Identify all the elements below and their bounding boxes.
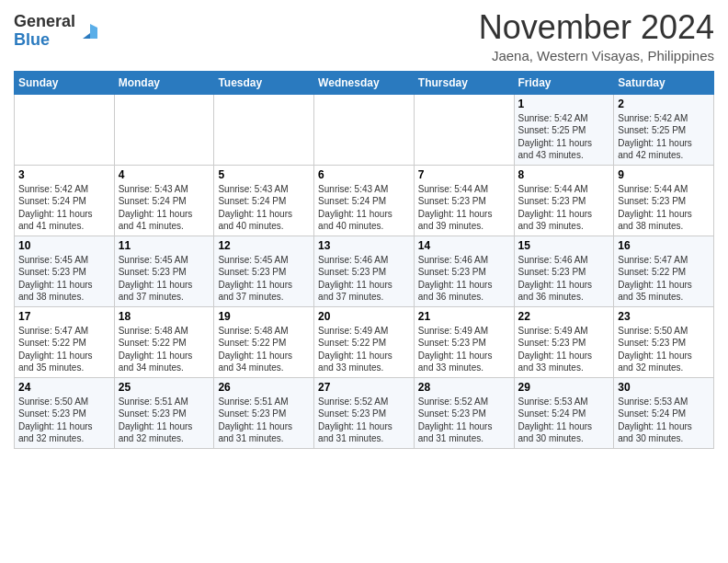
day-number: 22 <box>518 310 610 323</box>
day-number: 30 <box>618 381 710 394</box>
day-info: Sunrise: 5:49 AM Sunset: 5:23 PM Dayligh… <box>418 325 510 374</box>
week-row-5: 24Sunrise: 5:50 AM Sunset: 5:23 PM Dayli… <box>15 377 714 448</box>
day-number: 26 <box>218 381 310 394</box>
day-cell-16: 16Sunrise: 5:47 AM Sunset: 5:22 PM Dayli… <box>614 236 714 306</box>
week-row-2: 3Sunrise: 5:42 AM Sunset: 5:24 PM Daylig… <box>15 165 714 236</box>
day-cell-14: 14Sunrise: 5:46 AM Sunset: 5:23 PM Dayli… <box>414 236 514 306</box>
day-info: Sunrise: 5:42 AM Sunset: 5:25 PM Dayligh… <box>518 112 610 162</box>
day-info: Sunrise: 5:47 AM Sunset: 5:22 PM Dayligh… <box>18 325 110 374</box>
svg-marker-1 <box>90 24 97 39</box>
day-number: 8 <box>518 168 610 181</box>
day-number: 2 <box>618 98 710 110</box>
calendar: SundayMondayTuesdayWednesdayThursdayFrid… <box>14 71 714 449</box>
day-cell-4: 4Sunrise: 5:43 AM Sunset: 5:24 PM Daylig… <box>114 165 214 236</box>
day-info: Sunrise: 5:47 AM Sunset: 5:22 PM Dayligh… <box>618 254 710 304</box>
day-cell-20: 20Sunrise: 5:49 AM Sunset: 5:22 PM Dayli… <box>314 306 415 377</box>
day-cell-18: 18Sunrise: 5:48 AM Sunset: 5:22 PM Dayli… <box>114 306 214 377</box>
logo-text: General Blue <box>14 13 75 50</box>
day-number: 20 <box>318 310 410 323</box>
day-number: 6 <box>318 168 410 181</box>
day-info: Sunrise: 5:51 AM Sunset: 5:23 PM Dayligh… <box>119 396 210 445</box>
day-number: 5 <box>218 168 310 181</box>
day-info: Sunrise: 5:49 AM Sunset: 5:22 PM Dayligh… <box>318 325 410 374</box>
day-info: Sunrise: 5:50 AM Sunset: 5:23 PM Dayligh… <box>18 396 110 445</box>
day-cell-29: 29Sunrise: 5:53 AM Sunset: 5:24 PM Dayli… <box>514 377 614 448</box>
calendar-body: 1Sunrise: 5:42 AM Sunset: 5:25 PM Daylig… <box>15 94 714 448</box>
col-header-wednesday: Wednesday <box>314 71 415 94</box>
location: Jaena, Western Visayas, Philippines <box>479 48 714 63</box>
day-number: 11 <box>119 239 210 252</box>
day-number: 7 <box>418 168 510 181</box>
empty-cell <box>214 94 314 165</box>
day-number: 29 <box>518 381 610 394</box>
day-info: Sunrise: 5:42 AM Sunset: 5:25 PM Dayligh… <box>618 112 710 162</box>
week-row-1: 1Sunrise: 5:42 AM Sunset: 5:25 PM Daylig… <box>15 94 714 165</box>
col-header-monday: Monday <box>114 71 214 94</box>
day-info: Sunrise: 5:51 AM Sunset: 5:23 PM Dayligh… <box>218 396 310 445</box>
day-number: 21 <box>418 310 510 323</box>
empty-cell <box>414 94 514 165</box>
day-cell-9: 9Sunrise: 5:44 AM Sunset: 5:23 PM Daylig… <box>614 165 714 236</box>
day-number: 27 <box>318 381 410 394</box>
day-number: 4 <box>119 168 210 181</box>
day-number: 23 <box>618 310 710 323</box>
week-row-3: 10Sunrise: 5:45 AM Sunset: 5:23 PM Dayli… <box>15 236 714 306</box>
day-info: Sunrise: 5:53 AM Sunset: 5:24 PM Dayligh… <box>618 396 710 445</box>
day-info: Sunrise: 5:45 AM Sunset: 5:23 PM Dayligh… <box>18 254 110 304</box>
col-header-saturday: Saturday <box>614 71 714 94</box>
day-info: Sunrise: 5:53 AM Sunset: 5:24 PM Dayligh… <box>518 396 610 445</box>
day-info: Sunrise: 5:45 AM Sunset: 5:23 PM Dayligh… <box>119 254 210 304</box>
day-info: Sunrise: 5:43 AM Sunset: 5:24 PM Dayligh… <box>218 183 310 233</box>
day-cell-11: 11Sunrise: 5:45 AM Sunset: 5:23 PM Dayli… <box>114 236 214 306</box>
day-info: Sunrise: 5:52 AM Sunset: 5:23 PM Dayligh… <box>418 396 510 445</box>
day-info: Sunrise: 5:42 AM Sunset: 5:24 PM Dayligh… <box>18 183 110 233</box>
day-cell-21: 21Sunrise: 5:49 AM Sunset: 5:23 PM Dayli… <box>414 306 514 377</box>
month-title: November 2024 <box>479 9 714 46</box>
day-cell-6: 6Sunrise: 5:43 AM Sunset: 5:24 PM Daylig… <box>314 165 415 236</box>
day-cell-2: 2Sunrise: 5:42 AM Sunset: 5:25 PM Daylig… <box>614 94 714 165</box>
day-number: 25 <box>119 381 210 394</box>
empty-cell <box>314 94 415 165</box>
day-cell-26: 26Sunrise: 5:51 AM Sunset: 5:23 PM Dayli… <box>214 377 314 448</box>
day-cell-1: 1Sunrise: 5:42 AM Sunset: 5:25 PM Daylig… <box>514 94 614 165</box>
title-area: November 2024 Jaena, Western Visayas, Ph… <box>479 9 714 63</box>
day-cell-8: 8Sunrise: 5:44 AM Sunset: 5:23 PM Daylig… <box>514 165 614 236</box>
day-cell-30: 30Sunrise: 5:53 AM Sunset: 5:24 PM Dayli… <box>614 377 714 448</box>
day-info: Sunrise: 5:52 AM Sunset: 5:23 PM Dayligh… <box>318 396 410 445</box>
day-info: Sunrise: 5:45 AM Sunset: 5:23 PM Dayligh… <box>218 254 310 304</box>
header-row: SundayMondayTuesdayWednesdayThursdayFrid… <box>15 71 714 94</box>
day-number: 14 <box>418 239 510 252</box>
day-info: Sunrise: 5:44 AM Sunset: 5:23 PM Dayligh… <box>518 183 610 233</box>
day-cell-7: 7Sunrise: 5:44 AM Sunset: 5:23 PM Daylig… <box>414 165 514 236</box>
day-cell-13: 13Sunrise: 5:46 AM Sunset: 5:23 PM Dayli… <box>314 236 415 306</box>
day-info: Sunrise: 5:49 AM Sunset: 5:23 PM Dayligh… <box>518 325 610 374</box>
day-cell-15: 15Sunrise: 5:46 AM Sunset: 5:23 PM Dayli… <box>514 236 614 306</box>
day-info: Sunrise: 5:46 AM Sunset: 5:23 PM Dayligh… <box>418 254 510 304</box>
day-info: Sunrise: 5:43 AM Sunset: 5:24 PM Dayligh… <box>119 183 210 233</box>
day-number: 24 <box>18 381 110 394</box>
day-cell-10: 10Sunrise: 5:45 AM Sunset: 5:23 PM Dayli… <box>15 236 115 306</box>
day-info: Sunrise: 5:50 AM Sunset: 5:23 PM Dayligh… <box>618 325 710 374</box>
day-number: 16 <box>618 239 710 252</box>
day-info: Sunrise: 5:46 AM Sunset: 5:23 PM Dayligh… <box>318 254 410 304</box>
header: General Blue November 2024 Jaena, Wester… <box>14 9 714 63</box>
day-number: 28 <box>418 381 510 394</box>
logo-general: General <box>14 13 75 31</box>
logo: General Blue <box>14 9 103 50</box>
logo-icon <box>77 18 103 44</box>
day-info: Sunrise: 5:44 AM Sunset: 5:23 PM Dayligh… <box>618 183 710 233</box>
page: General Blue November 2024 Jaena, Wester… <box>0 0 728 463</box>
day-cell-22: 22Sunrise: 5:49 AM Sunset: 5:23 PM Dayli… <box>514 306 614 377</box>
day-cell-27: 27Sunrise: 5:52 AM Sunset: 5:23 PM Dayli… <box>314 377 415 448</box>
day-number: 19 <box>218 310 310 323</box>
day-cell-5: 5Sunrise: 5:43 AM Sunset: 5:24 PM Daylig… <box>214 165 314 236</box>
day-cell-28: 28Sunrise: 5:52 AM Sunset: 5:23 PM Dayli… <box>414 377 514 448</box>
day-number: 13 <box>318 239 410 252</box>
day-info: Sunrise: 5:43 AM Sunset: 5:24 PM Dayligh… <box>318 183 410 233</box>
day-cell-24: 24Sunrise: 5:50 AM Sunset: 5:23 PM Dayli… <box>15 377 115 448</box>
day-cell-19: 19Sunrise: 5:48 AM Sunset: 5:22 PM Dayli… <box>214 306 314 377</box>
day-number: 1 <box>518 98 610 110</box>
day-cell-17: 17Sunrise: 5:47 AM Sunset: 5:22 PM Dayli… <box>15 306 115 377</box>
logo-blue: Blue <box>14 31 75 50</box>
day-number: 18 <box>119 310 210 323</box>
